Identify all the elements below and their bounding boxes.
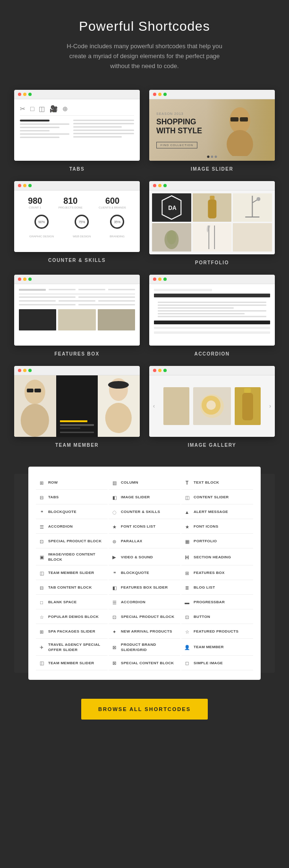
acc-top-line bbox=[154, 289, 212, 291]
image-slider-icon: ◧ bbox=[110, 494, 118, 501]
table-item-blog: ≣ BLOG LIST bbox=[181, 581, 253, 595]
slider-dot-2 bbox=[211, 156, 213, 158]
blockquote-label: BLOCKQUOTE bbox=[48, 510, 76, 514]
features-slider-icon: ◧ bbox=[110, 584, 118, 591]
new-arrival-icon: ✦ bbox=[110, 628, 118, 635]
product-brand-icon: ⊠ bbox=[110, 644, 118, 651]
skill-label-3: BRANDING bbox=[110, 235, 125, 238]
skill-label-1: GRAPHIC DESIGN bbox=[29, 235, 54, 238]
skill-circle-1: 90% bbox=[34, 215, 49, 229]
svg-point-14 bbox=[167, 230, 176, 244]
progressbar-icon: ▬ bbox=[183, 599, 191, 606]
table-item-spa: ⊞ SPA PACKAGES SLIDER bbox=[36, 625, 108, 639]
special-product-label: SPECIAL PRODUCT BLOCK bbox=[48, 539, 102, 544]
browser-bar-5 bbox=[14, 275, 140, 284]
parallax-icon: ⊜ bbox=[110, 538, 118, 545]
counter-num-3: 600 bbox=[105, 196, 119, 206]
portfolio-cell-1: DA bbox=[152, 193, 191, 222]
content-slider-icon: ◫ bbox=[183, 494, 191, 501]
shortcode-features: FEATURES BOX bbox=[14, 275, 140, 356]
features-row-2 bbox=[19, 296, 135, 298]
table-item-features-box: ⊞ FEATURES BOX bbox=[181, 566, 253, 580]
special-content-icon: ⊠ bbox=[110, 660, 118, 667]
tabs-text-area bbox=[20, 120, 134, 140]
svg-point-12 bbox=[257, 197, 261, 201]
tab-right-line-2 bbox=[73, 123, 134, 124]
popular-label: POPULAR DEMOS BLOCK bbox=[48, 615, 99, 619]
table-item-featured: ☆ FEATURED PRODUCTS bbox=[181, 625, 253, 639]
svg-rect-3 bbox=[240, 117, 248, 122]
browser-bar-8 bbox=[149, 366, 275, 375]
gallery-nav-right[interactable]: › bbox=[269, 403, 271, 409]
donut-svg bbox=[200, 394, 222, 416]
spa-label: SPA PACKAGES SLIDER bbox=[48, 629, 95, 634]
counter-lbl-1: COUNT 1 bbox=[28, 206, 42, 209]
features-box-label: FEATURES BOX bbox=[194, 571, 225, 575]
team-name bbox=[60, 424, 94, 426]
tab-content-label: TAB CONTENT BLOCK bbox=[48, 585, 92, 590]
counter-item-2: 810 PROJECTS DONE bbox=[59, 196, 83, 209]
counter-content: 980 COUNT 1 810 PROJECTS DONE 600 CLIENT… bbox=[14, 191, 140, 252]
blog-list-icon: ≣ bbox=[183, 584, 191, 591]
team-grid bbox=[14, 375, 140, 437]
feat-line-11 bbox=[78, 304, 135, 305]
gallery-nav-left[interactable]: ‹ bbox=[153, 403, 155, 409]
acc-bar-1 bbox=[154, 294, 270, 297]
table-item-accordion2: ☰ ACCORDION bbox=[109, 596, 180, 609]
shortcode-portfolio: DA bbox=[149, 181, 275, 265]
portfolio-cell-4 bbox=[152, 223, 191, 252]
table-item-text-block: T TEXT BLOCK bbox=[181, 476, 253, 490]
portfolio-cell-3 bbox=[233, 193, 272, 222]
table-item-special-content: ⊠ SPECIAL CONTENT BLOCK bbox=[109, 657, 180, 670]
team-content bbox=[14, 375, 140, 437]
portfolio-preview-window: DA bbox=[149, 181, 275, 254]
gallery-preview-window: ‹ bbox=[149, 366, 275, 437]
section-description: H-Code includes many powerful shortcodes… bbox=[60, 42, 230, 71]
accordion2-label: ACCORDION bbox=[121, 600, 145, 605]
counter-item-1: 980 COUNT 1 bbox=[28, 196, 42, 209]
travel-label: TRAVEL AGENCY SPECIAL OFFER SLIDER bbox=[48, 642, 106, 652]
shortcode-accordion: ACCORDION bbox=[149, 275, 275, 356]
tab-content-icon: ⊟ bbox=[38, 584, 45, 591]
blockquote-icon: ❝ bbox=[38, 508, 45, 516]
dot-yellow-2 bbox=[158, 93, 162, 96]
features-images bbox=[19, 309, 135, 330]
spa-icon: ⊞ bbox=[38, 628, 45, 635]
skill-pct-1: 90% bbox=[38, 220, 45, 224]
skill-3: 35% BRANDING bbox=[110, 215, 125, 239]
slider-dot-3 bbox=[215, 156, 217, 158]
acc-sub-bars bbox=[154, 300, 270, 321]
browser-bar-2 bbox=[149, 90, 275, 99]
dot-red-8 bbox=[153, 369, 156, 372]
special2-icon: ⊡ bbox=[110, 613, 118, 621]
shortcodes-table-section: ⊞ ROW ▥ COLUMN T TEXT BLOCK bbox=[14, 467, 275, 680]
accordion-label-table: ACCORDION bbox=[48, 524, 73, 529]
counter-num-2: 810 bbox=[63, 196, 77, 206]
team-cell-3 bbox=[98, 375, 140, 437]
shortcode-image-slider: SEASON 2013 SHOPPINGWITH STYLE FIND COLL… bbox=[149, 90, 275, 172]
dot-yellow-5 bbox=[23, 278, 26, 281]
column-icon: ▥ bbox=[110, 479, 118, 486]
tabs-label: TABS bbox=[69, 166, 85, 172]
team-slider2-icon: ◫ bbox=[38, 660, 45, 667]
table-item-content-slider: ◫ CONTENT SLIDER bbox=[181, 491, 253, 504]
dot-yellow-3 bbox=[23, 184, 26, 187]
svg-point-23 bbox=[108, 381, 129, 389]
text-block-icon: T bbox=[183, 479, 191, 486]
tab-right-line-6 bbox=[73, 136, 122, 138]
browse-all-button[interactable]: BROWSE ALL SHORTCODES bbox=[81, 699, 208, 720]
dot-yellow-6 bbox=[158, 278, 162, 281]
table-item-font-icons: ★ FONT ICONS bbox=[181, 520, 253, 534]
feat-line-10 bbox=[19, 304, 76, 305]
table-item-travel: ✈ TRAVEL AGENCY SPECIAL OFFER SLIDER bbox=[36, 640, 108, 656]
counter-lbl-3: CLIENTS & BRANDS bbox=[99, 206, 126, 209]
slider-content: SEASON 2013 SHOPPINGWITH STYLE FIND COLL… bbox=[149, 99, 275, 161]
dot-red-3 bbox=[18, 184, 21, 187]
section-heading-icon: H bbox=[183, 554, 191, 561]
dot-yellow-7 bbox=[23, 369, 26, 372]
portfolio-cell-5 bbox=[193, 223, 232, 252]
shortcode-counter: 980 COUNT 1 810 PROJECTS DONE 600 CLIENT… bbox=[14, 181, 140, 265]
leaves-svg bbox=[152, 223, 191, 252]
table-container: ⊞ ROW ▥ COLUMN T TEXT BLOCK bbox=[28, 467, 261, 680]
svg-point-1 bbox=[227, 130, 253, 156]
